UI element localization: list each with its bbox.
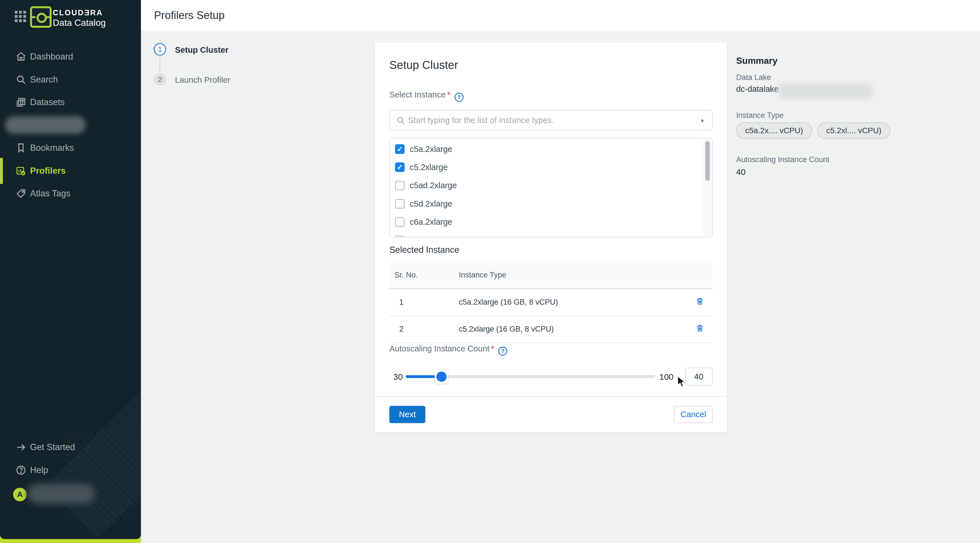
row-instance-type: c5.2xlarge (16 GB, 8 vCPU) — [459, 325, 687, 333]
sidebar: CLOUDƎRA Data Catalog DashboardSearchDat… — [0, 0, 141, 543]
slider-track[interactable] — [406, 375, 655, 378]
sidebar-item-label: Get Started — [30, 442, 75, 452]
sidebar-nav: DashboardSearchDatasetsBookmarksProfiler… — [0, 45, 141, 205]
app-switcher-icon[interactable] — [15, 11, 27, 23]
home-icon — [15, 51, 27, 62]
sidebar-item-label: Atlas Tags — [30, 189, 70, 198]
delete-instance-icon[interactable] — [695, 324, 705, 335]
user-row[interactable]: A — [0, 488, 141, 511]
autoscaling-slider-row: 30 100 40 — [389, 367, 713, 387]
step-2-indicator[interactable]: 2 — [154, 73, 166, 86]
next-button[interactable]: Next — [389, 406, 425, 423]
step-connector — [159, 57, 161, 72]
sidebar-item-profilers[interactable]: Profilers — [0, 160, 141, 183]
avatar[interactable]: A — [13, 488, 27, 501]
sidebar-item-label: Dashboard — [30, 52, 73, 62]
page-title: Profilers Setup — [154, 10, 224, 22]
instance-option-c6a.2xlarge[interactable]: c6a.2xlarge — [390, 213, 699, 231]
summary-autoscaling-value: 40 — [736, 167, 746, 177]
checkbox-checked-icon[interactable]: ✓ — [395, 144, 405, 154]
instance-option-c5ad.2xlarge[interactable]: c5ad.2xlarge — [390, 176, 699, 195]
card-title: Setup Cluster — [389, 59, 458, 71]
sidebar-item-label: Bookmarks — [30, 143, 74, 153]
autoscaling-label-text: Autoscaling Instance Count — [389, 344, 490, 353]
required-asterisk: * — [445, 90, 450, 99]
select-instance-label-text: Select Instance — [389, 90, 445, 99]
listbox-scrollbar[interactable] — [703, 139, 711, 237]
step-1-label[interactable]: Setup Cluster — [175, 45, 229, 55]
profilers-setup-page: CLOUDƎRA Data Catalog DashboardSearchDat… — [0, 0, 980, 543]
instance-search-input[interactable]: Start typing for the list of instance ty… — [389, 110, 713, 130]
delete-instance-icon[interactable] — [695, 297, 705, 308]
step-1-indicator[interactable]: 1 — [154, 43, 166, 56]
mouse-cursor — [677, 376, 688, 388]
checkbox-unchecked-icon[interactable] — [395, 235, 405, 238]
select-instance-label: Select Instance*? — [389, 90, 464, 102]
table-row: 1c5a.2xlarge (16 GB, 8 vCPU) — [389, 289, 713, 316]
search-icon — [15, 74, 27, 85]
sidebar-item-get-started[interactable]: Get Started — [0, 436, 141, 459]
setup-cluster-card: Setup Cluster Select Instance*? Start ty… — [375, 43, 727, 432]
sidebar-item-label: Search — [30, 75, 58, 85]
dropdown-caret-icon[interactable]: ▲ — [700, 117, 705, 123]
instance-option-label: c5a.2xlarge — [410, 144, 452, 154]
select-instance-help-icon[interactable]: ? — [455, 93, 464, 102]
instance-option-label: c5ad.2xlarge — [410, 181, 457, 190]
search-placeholder: Start typing for the list of instance ty… — [408, 116, 554, 125]
datasets-icon — [15, 97, 27, 108]
instance-option-label: c5d.2xlarge — [410, 199, 452, 209]
sidebar-panel: CLOUDƎRA Data Catalog DashboardSearchDat… — [0, 0, 141, 539]
user-name-redacted — [27, 484, 95, 503]
sidebar-item-atlas-tags[interactable]: Atlas Tags — [0, 182, 141, 205]
sidebar-item-dashboard[interactable]: Dashboard — [0, 45, 141, 68]
slider-handle[interactable] — [436, 372, 447, 382]
table-row: 2c5.2xlarge (16 GB, 8 vCPU) — [389, 316, 713, 343]
data-lake-label: Data Lake — [736, 73, 771, 82]
sidebar-item-help[interactable]: Help — [0, 459, 141, 482]
selected-instance-table: Sr. No. Instance Type 1c5a.2xlarge (16 G… — [389, 261, 713, 343]
checkbox-unchecked-icon[interactable] — [395, 199, 405, 209]
checkbox-unchecked-icon[interactable] — [395, 217, 405, 227]
autoscaling-value-input[interactable]: 40 — [685, 368, 713, 386]
sidebar-item-search[interactable]: Search — [0, 68, 141, 91]
sidebar-item-label: Help — [30, 465, 48, 475]
instance-option-label: c5.2xlarge — [410, 163, 448, 172]
sidebar-item-label: Profilers — [30, 166, 66, 176]
cloudera-logo-icon — [30, 6, 52, 28]
autoscaling-label: Autoscaling Instance Count*? — [389, 344, 507, 356]
sidebar-item-redacted[interactable] — [0, 114, 141, 137]
sidebar-footer: Get StartedHelp A « — [0, 436, 141, 521]
scrollbar-thumb[interactable] — [705, 141, 710, 181]
brand-product: Data Catalog — [53, 17, 106, 28]
sidebar-item-bookmarks[interactable]: Bookmarks — [0, 137, 141, 160]
data-lake-value: dc-datalake — [736, 84, 779, 94]
topbar: Profilers Setup — [141, 0, 980, 30]
sidebar-item-label: Datasets — [30, 97, 65, 107]
selected-instance-heading: Selected Instance — [389, 245, 459, 255]
brand-name: CLOUDƎRA — [53, 8, 103, 17]
instance-option-c5a.2xlarge[interactable]: ✓c5a.2xlarge — [390, 140, 699, 158]
card-footer-divider — [375, 396, 727, 397]
checkbox-checked-icon[interactable]: ✓ — [395, 162, 405, 172]
instance-option-label: c6a.2xlarge — [410, 218, 452, 227]
summary-panel: Summary Data Lake dc-datalake Instance T… — [736, 56, 963, 66]
row-instance-type: c5a.2xlarge (16 GB, 8 vCPU) — [459, 298, 687, 306]
instance-type-label: Instance Type — [736, 111, 784, 120]
step-2-label[interactable]: Launch Profiler — [175, 75, 230, 85]
tag-icon — [15, 188, 27, 199]
instance-option-partial[interactable] — [390, 231, 699, 238]
checkbox-unchecked-icon[interactable] — [395, 181, 405, 191]
col-instance-type: Instance Type — [459, 271, 687, 279]
brand: CLOUDƎRA Data Catalog — [0, 0, 141, 31]
sidebar-item-datasets[interactable]: Datasets — [0, 91, 141, 114]
instance-option-c5.2xlarge[interactable]: ✓c5.2xlarge — [390, 158, 699, 176]
data-lake-redacted — [778, 83, 873, 99]
instance-option-c5d.2xlarge[interactable]: c5d.2xlarge — [390, 195, 699, 213]
col-sr-no: Sr. No. — [389, 271, 459, 279]
cancel-button[interactable]: Cancel — [674, 406, 713, 423]
summary-autoscaling-label: Autoscaling Instance Count — [736, 155, 829, 164]
instance-type-chip: c5a.2x.... vCPU) — [736, 122, 812, 139]
redacted-menu-item — [5, 116, 86, 134]
search-icon — [396, 116, 406, 125]
autoscaling-help-icon[interactable]: ? — [498, 347, 507, 356]
